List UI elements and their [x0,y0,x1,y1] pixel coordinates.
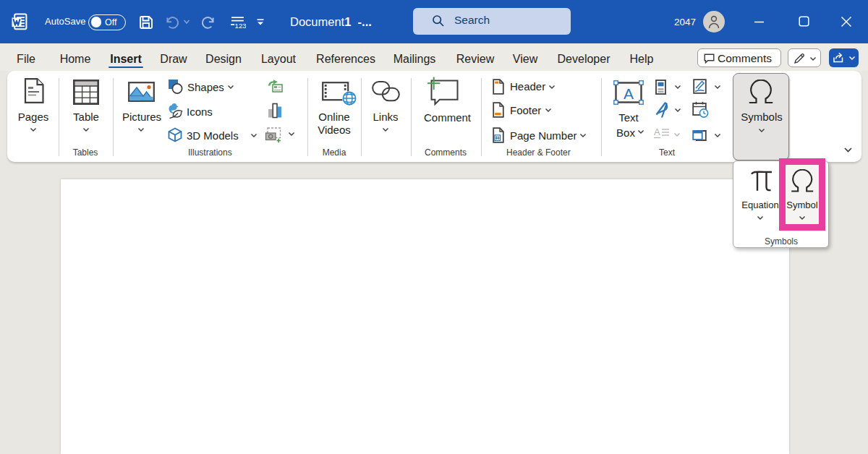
svg-text:123: 123 [235,22,246,30]
svg-text:A: A [624,85,634,102]
svg-text:A: A [654,127,660,137]
